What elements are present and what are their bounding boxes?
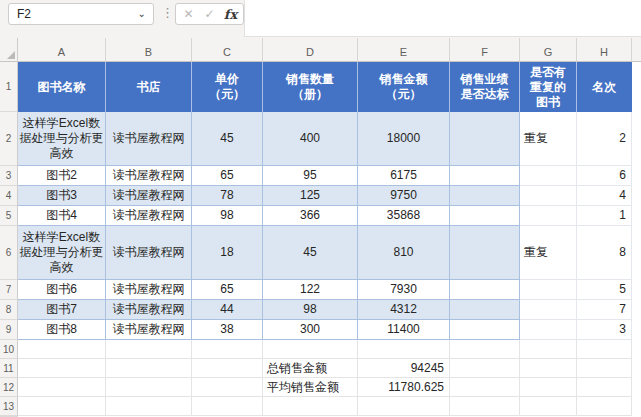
- cell-H11[interactable]: [577, 359, 632, 378]
- cell-H9[interactable]: 3: [577, 320, 632, 340]
- cell-F13[interactable]: [450, 397, 520, 416]
- cell-A4[interactable]: 图书3: [18, 186, 106, 206]
- row-header[interactable]: 13: [0, 397, 18, 416]
- col-header-F[interactable]: F: [450, 38, 520, 62]
- cell-B13[interactable]: [106, 397, 192, 416]
- cell-C11[interactable]: [192, 359, 263, 378]
- cell-G5[interactable]: [520, 206, 577, 226]
- cell-H6[interactable]: 8: [577, 226, 632, 280]
- cell-E5[interactable]: 35868: [358, 206, 450, 226]
- cell-C12[interactable]: [192, 378, 263, 397]
- cell-A11[interactable]: [18, 359, 106, 378]
- cell-D10[interactable]: [263, 340, 358, 359]
- cell-A3[interactable]: 图书2: [18, 166, 106, 186]
- cell-A1[interactable]: 图书名称: [18, 62, 106, 112]
- cell-C5[interactable]: 98: [192, 206, 263, 226]
- select-all-corner[interactable]: [0, 38, 18, 62]
- name-box[interactable]: F2 ⌄: [8, 3, 154, 25]
- cell-B5[interactable]: 读书屋教程网: [106, 206, 192, 226]
- cell-B12[interactable]: [106, 378, 192, 397]
- cell-H12[interactable]: [577, 378, 632, 397]
- cell-D11[interactable]: 总销售金额: [263, 359, 358, 378]
- cell-G12[interactable]: [520, 378, 577, 397]
- cell-H8[interactable]: 7: [577, 300, 632, 320]
- cell-D3[interactable]: 95: [263, 166, 358, 186]
- cell-H3[interactable]: 6: [577, 166, 632, 186]
- cell-E7[interactable]: 7930: [358, 280, 450, 300]
- cell-D4[interactable]: 125: [263, 186, 358, 206]
- row-header[interactable]: 3: [0, 166, 18, 186]
- cell-C1[interactable]: 单价 （元）: [192, 62, 263, 112]
- cell-B3[interactable]: 读书屋教程网: [106, 166, 192, 186]
- cell-A12[interactable]: [18, 378, 106, 397]
- cell-G10[interactable]: [520, 340, 577, 359]
- cell-E3[interactable]: 6175: [358, 166, 450, 186]
- cell-E11[interactable]: 94245: [358, 359, 450, 378]
- cell-E6[interactable]: 810: [358, 226, 450, 280]
- enter-icon[interactable]: ✓: [199, 7, 220, 21]
- cell-G9[interactable]: [520, 320, 577, 340]
- cell-A5[interactable]: 图书4: [18, 206, 106, 226]
- cell-C4[interactable]: 78: [192, 186, 263, 206]
- cell-E1[interactable]: 销售金额 （元）: [358, 62, 450, 112]
- cell-B10[interactable]: [106, 340, 192, 359]
- cell-E13[interactable]: [358, 397, 450, 416]
- cell-C6[interactable]: 18: [192, 226, 263, 280]
- cell-C10[interactable]: [192, 340, 263, 359]
- col-header-C[interactable]: C: [192, 38, 263, 62]
- cell-C3[interactable]: 65: [192, 166, 263, 186]
- cell-H1[interactable]: 名次: [577, 62, 632, 112]
- cell-G8[interactable]: [520, 300, 577, 320]
- cell-F2[interactable]: [450, 112, 520, 166]
- col-header-H[interactable]: H: [577, 38, 632, 62]
- cell-F1[interactable]: 销售业绩 是否达标: [450, 62, 520, 112]
- cell-H2[interactable]: 2: [577, 112, 632, 166]
- cell-A6[interactable]: 这样学Excel数据处理与分析更高效: [18, 226, 106, 280]
- cell-D5[interactable]: 366: [263, 206, 358, 226]
- cell-B1[interactable]: 书店: [106, 62, 192, 112]
- cell-G6[interactable]: 重复: [520, 226, 577, 280]
- row-header[interactable]: 11: [0, 359, 18, 378]
- cell-F9[interactable]: [450, 320, 520, 340]
- row-header[interactable]: 6: [0, 226, 18, 280]
- cell-F12[interactable]: [450, 378, 520, 397]
- cell-B2[interactable]: 读书屋教程网: [106, 112, 192, 166]
- cell-C9[interactable]: 38: [192, 320, 263, 340]
- cell-F6[interactable]: [450, 226, 520, 280]
- cell-F4[interactable]: [450, 186, 520, 206]
- cell-E2[interactable]: 18000: [358, 112, 450, 166]
- cell-B4[interactable]: 读书屋教程网: [106, 186, 192, 206]
- cell-E8[interactable]: 4312: [358, 300, 450, 320]
- cell-G4[interactable]: [520, 186, 577, 206]
- cell-B9[interactable]: 读书屋教程网: [106, 320, 192, 340]
- row-header[interactable]: 8: [0, 300, 18, 320]
- cell-D1[interactable]: 销售数量 （册）: [263, 62, 358, 112]
- cell-H7[interactable]: 5: [577, 280, 632, 300]
- row-header[interactable]: 4: [0, 186, 18, 206]
- cell-B6[interactable]: 读书屋教程网: [106, 226, 192, 280]
- cell-A9[interactable]: 图书8: [18, 320, 106, 340]
- cell-G1[interactable]: 是否有 重复的 图书: [520, 62, 577, 112]
- cell-C8[interactable]: 44: [192, 300, 263, 320]
- cell-D9[interactable]: 300: [263, 320, 358, 340]
- cell-B11[interactable]: [106, 359, 192, 378]
- cell-C2[interactable]: 45: [192, 112, 263, 166]
- cell-E4[interactable]: 9750: [358, 186, 450, 206]
- cell-A10[interactable]: [18, 340, 106, 359]
- cell-A7[interactable]: 图书6: [18, 280, 106, 300]
- cancel-icon[interactable]: ✕: [178, 7, 199, 21]
- col-header-E[interactable]: E: [358, 38, 450, 62]
- cell-F7[interactable]: [450, 280, 520, 300]
- cell-F11[interactable]: [450, 359, 520, 378]
- cell-F5[interactable]: [450, 206, 520, 226]
- cell-G13[interactable]: [520, 397, 577, 416]
- col-header-D[interactable]: D: [263, 38, 358, 62]
- cell-C7[interactable]: 65: [192, 280, 263, 300]
- cell-F3[interactable]: [450, 166, 520, 186]
- col-header-A[interactable]: A: [18, 38, 106, 62]
- cell-D13[interactable]: [263, 397, 358, 416]
- cell-D6[interactable]: 45: [263, 226, 358, 280]
- col-header-G[interactable]: G: [520, 38, 577, 62]
- chevron-down-icon[interactable]: ⌄: [138, 9, 153, 19]
- cell-C13[interactable]: [192, 397, 263, 416]
